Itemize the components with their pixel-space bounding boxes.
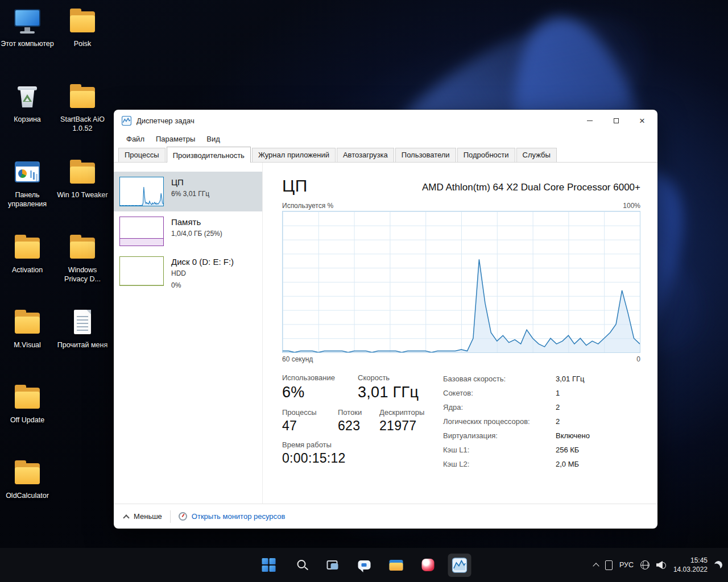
sidebar-item-cpu[interactable]: ЦП 6% 3,01 ГГц <box>114 172 262 211</box>
start-button[interactable] <box>257 554 280 577</box>
search-icon <box>297 560 305 568</box>
desktop-icon-label: Activation <box>12 265 43 275</box>
fewer-details-label: Меньше <box>134 512 162 521</box>
minimize-icon <box>587 120 593 121</box>
menu-view[interactable]: Вид <box>201 133 226 145</box>
tab-performance[interactable]: Производительность <box>167 147 251 163</box>
cpu-panel: ЦП AMD Athlon(tm) 64 X2 Dual Core Proces… <box>263 163 657 504</box>
desktop-icon-windows-privacy[interactable]: Windows Privacy D... <box>55 232 110 284</box>
stat-value-uptime: 0:00:15:12 <box>282 451 346 466</box>
folder-icon <box>12 232 43 263</box>
fewer-details-button[interactable]: Меньше <box>124 512 162 521</box>
desktop-icon-poisk[interactable]: Poisk <box>55 6 110 48</box>
desktop-icon-recycle-bin[interactable]: Корзина <box>0 81 55 124</box>
focus-assist-icon[interactable] <box>713 560 723 570</box>
sidebar-disk-title: Диск 0 (D: E: F:) <box>171 257 234 267</box>
close-icon: × <box>639 116 645 126</box>
tab-details[interactable]: Подробности <box>457 148 515 162</box>
chat-button[interactable] <box>353 554 376 577</box>
close-button[interactable]: × <box>629 110 655 131</box>
media-app-button[interactable] <box>416 554 440 577</box>
sidebar-memory-title: Память <box>171 217 222 227</box>
graph-zero-label: 0 <box>636 355 640 363</box>
menu-options[interactable]: Параметры <box>150 133 201 145</box>
chat-icon <box>358 560 370 569</box>
tab-startup[interactable]: Автозагрузка <box>337 148 394 162</box>
desktop-icon-this-pc[interactable]: Этот компьютер <box>0 6 55 48</box>
detail-label-cores: Ядра: <box>443 403 556 411</box>
tray-status-icon[interactable] <box>605 560 613 570</box>
file-explorer-icon <box>389 560 403 571</box>
system-tray: РУС 15:45 14.03.2022 <box>594 548 722 582</box>
sidebar-item-memory[interactable]: Память 1,0/4,0 ГБ (25%) <box>114 211 262 251</box>
resource-monitor-label: Открыть монитор ресурсов <box>192 512 285 521</box>
task-manager-window: Диспетчер задач × Файл Параметры Вид Про… <box>114 110 657 529</box>
tray-overflow-chevron-icon[interactable] <box>593 563 599 569</box>
cpu-details-block: Базовая скорость:3,01 ГГц Сокетов:1 Ядра… <box>443 373 590 473</box>
sidebar-item-disk0[interactable]: Диск 0 (D: E: F:) HDD 0% <box>114 251 262 296</box>
detail-label-l2-cache: Кэш L2: <box>443 460 556 468</box>
desktop-icon-startback[interactable]: StartBack AiO 1.0.52 <box>55 81 110 134</box>
network-globe-icon[interactable] <box>640 560 650 569</box>
sidebar-cpu-title: ЦП <box>171 177 209 187</box>
open-resource-monitor-link[interactable]: Открыть монитор ресурсов <box>179 512 285 521</box>
document-icon <box>67 307 98 338</box>
desktop-icon-win10-tweaker[interactable]: Win 10 Tweaker <box>55 157 110 199</box>
stat-value-utilization: 6% <box>282 384 358 401</box>
desktop-icon-mvisual[interactable]: M.Visual <box>0 307 55 350</box>
performance-content: ЦП 6% 3,01 ГГц Память 1,0/4,0 ГБ (25%) <box>114 163 657 504</box>
stat-value-speed: 3,01 ГГц <box>358 384 419 401</box>
desktop-icon-control-panel[interactable]: Панель управления <box>0 157 55 209</box>
window-title: Диспетчер задач <box>136 117 195 125</box>
detail-value-virtualization: Включено <box>556 431 590 440</box>
file-explorer-button[interactable] <box>384 554 408 577</box>
disk-mini-chart <box>119 256 164 286</box>
chevron-up-icon <box>123 514 129 521</box>
task-view-button[interactable] <box>321 554 344 577</box>
clock-time: 15:45 <box>673 556 708 565</box>
language-indicator[interactable]: РУС <box>619 561 634 569</box>
clock-date: 14.03.2022 <box>673 565 708 574</box>
detail-label-sockets: Сокетов: <box>443 389 556 397</box>
folder-icon <box>12 458 43 488</box>
performance-sidebar: ЦП 6% 3,01 ГГц Память 1,0/4,0 ГБ (25%) <box>114 163 263 504</box>
detail-value-sockets: 1 <box>556 389 590 397</box>
resource-monitor-icon <box>179 512 187 521</box>
folder-icon <box>12 382 43 413</box>
task-manager-icon <box>122 116 131 126</box>
detail-label-virtualization: Виртуализация: <box>443 431 556 440</box>
desktop-icon-label: OldCalculator <box>6 491 49 500</box>
desktop-icon-label: Панель управления <box>1 190 54 209</box>
window-footer: Меньше Открыть монитор ресурсов <box>114 504 657 529</box>
taskbar-clock[interactable]: 15:45 14.03.2022 <box>673 556 708 574</box>
stat-label-uptime: Время работы <box>282 440 346 449</box>
maximize-button[interactable] <box>603 110 629 131</box>
folder-icon <box>67 232 98 263</box>
tab-processes[interactable]: Процессы <box>118 148 166 162</box>
folder-icon <box>67 157 98 188</box>
desktop-icon-oldcalculator[interactable]: OldCalculator <box>0 458 55 500</box>
menu-bar: Файл Параметры Вид <box>114 131 657 146</box>
tab-app-history[interactable]: Журнал приложений <box>252 148 336 162</box>
minimize-button[interactable] <box>577 110 603 131</box>
desktop-icon-label: M.Visual <box>14 340 41 350</box>
desktop-icon-label: Win 10 Tweaker <box>57 190 107 199</box>
cpu-stats-block: Использование 6% Скорость 3,01 ГГц Проце… <box>282 373 435 473</box>
volume-icon[interactable] <box>656 561 667 569</box>
desktop-icon-readme[interactable]: Прочитай меня <box>55 307 110 350</box>
stat-label-utilization: Использование <box>282 373 358 382</box>
task-manager-icon <box>452 558 468 573</box>
task-manager-taskbar-button[interactable] <box>448 554 471 577</box>
title-bar[interactable]: Диспетчер задач × <box>114 110 657 131</box>
tab-users[interactable]: Пользователи <box>395 148 456 162</box>
desktop-icon-activation[interactable]: Activation <box>0 232 55 275</box>
desktop-icon-label: Off Update <box>10 415 44 425</box>
taskbar: РУС 15:45 14.03.2022 <box>0 548 728 582</box>
graph-utilization-label: Используется % <box>282 202 333 210</box>
folder-icon <box>67 6 98 36</box>
tab-services[interactable]: Службы <box>516 148 557 162</box>
menu-file[interactable]: Файл <box>121 133 150 145</box>
stat-label-handles: Дескрипторы <box>379 408 424 417</box>
desktop-icon-off-update[interactable]: Off Update <box>0 382 55 425</box>
search-button[interactable] <box>289 554 312 577</box>
